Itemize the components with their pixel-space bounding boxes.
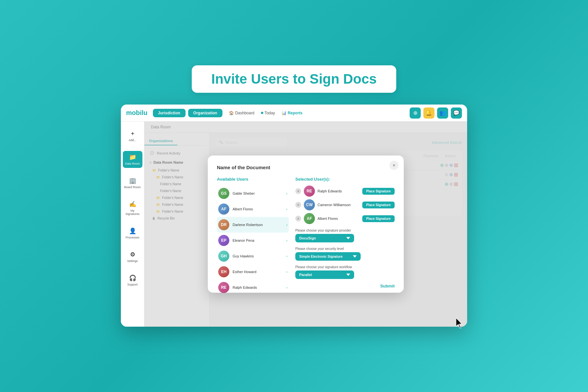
avatar-darlene: DR (218, 219, 229, 230)
place-signature-cameron-button[interactable]: Place Signature (362, 202, 395, 208)
user-row-esther[interactable]: EH Esther Howard › (217, 264, 289, 280)
nav-today[interactable]: Today (261, 111, 275, 115)
avatar-esther: EH (218, 266, 229, 277)
content-area: Data Room Organizations 🕐 Recent Activit… (144, 122, 467, 327)
selected-row-ralph: × RE Ralph Edwards Place Signature (295, 186, 395, 197)
user-row-albert[interactable]: AF Albert Flores › (217, 201, 289, 217)
headset-icon: 🎧 (129, 274, 136, 282)
sidebar-item-signatures[interactable]: ✍ My Signatures (123, 198, 142, 218)
modal-title: Name of the Document (217, 165, 395, 170)
logo: mobilu (126, 109, 148, 117)
sidebar-item-add[interactable]: ＋ Add... (123, 127, 142, 144)
sidebar-item-settings[interactable]: ⚙ Settings (123, 248, 142, 265)
organization-pill[interactable]: Organization (188, 109, 222, 117)
sidebar-item-boardroom[interactable]: 🏢 Board Room (123, 174, 142, 191)
nav-dashboard[interactable]: 🏠 Dashboard (229, 111, 254, 115)
remove-cameron-button[interactable]: × (295, 202, 301, 208)
avatar-gable: GS (218, 188, 229, 199)
dot-icon (261, 112, 263, 114)
sidebar-item-dataroom[interactable]: 📁 Data Room (123, 151, 142, 168)
sidebar-item-processes[interactable]: 👤 Processes (123, 225, 142, 242)
chevron-icon: › (286, 207, 287, 211)
title-badge: Invite Users to Sign Docs (192, 65, 396, 93)
bell-button[interactable]: 🔔 (423, 107, 434, 119)
home-icon: 🏠 (229, 111, 234, 115)
security-level-section: Please choose your security level Simple… (295, 247, 395, 261)
remove-albert-button[interactable]: × (295, 216, 301, 221)
selected-row-albert: × AF Albert Flores Place Signature (295, 213, 395, 224)
folder-icon: 📁 (129, 154, 136, 161)
user-row-gable[interactable]: GS Gable Sheber › (217, 186, 289, 201)
chevron-icon: › (286, 238, 287, 242)
sidebar: ＋ Add... 📁 Data Room 🏢 Board Room ✍ My S… (121, 122, 144, 327)
workflow-section: Please choose your signature workflow Pa… (295, 265, 395, 279)
place-signature-albert-button[interactable]: Place Signature (362, 215, 395, 222)
user-row-ralph[interactable]: RE Ralph Edwards › (217, 280, 289, 295)
user-row-guy[interactable]: GH Guy Hawkins › (217, 248, 289, 264)
app-window: mobilu Jurisdiction Organization 🏠 Dashb… (121, 105, 467, 327)
avatar-albert-selected: AF (304, 213, 315, 224)
available-users-panel: Available Users GS Gable Sheber › AF Alb… (217, 177, 289, 295)
submit-button[interactable]: Submit (295, 284, 395, 288)
add-icon: ＋ (130, 129, 136, 137)
modal-overlay: × Name of the Document Available Users G… (144, 122, 467, 327)
modal-close-button[interactable]: × (389, 161, 399, 170)
nav-links: 🏠 Dashboard Today 📊 Reports (229, 111, 302, 115)
available-users-title: Available Users (217, 177, 289, 182)
building-icon: 🏢 (129, 177, 136, 184)
avatar-albert: AF (218, 204, 229, 215)
main-area: ＋ Add... 📁 Data Room 🏢 Board Room ✍ My S… (121, 122, 467, 327)
avatar-guy: GH (218, 251, 229, 262)
chevron-icon: › (286, 254, 287, 258)
chat-button[interactable]: 💬 (451, 107, 462, 119)
user-row-eleanor[interactable]: EP Eleanor Pena › (217, 233, 289, 248)
selected-users-title: Selected User(s): (295, 177, 395, 182)
selected-users-panel: Selected User(s): × RE Ralph Edwards Pla… (295, 177, 395, 295)
user-row-darlene[interactable]: DR Darlene Robertson › (217, 217, 289, 233)
avatar-cameron-selected: CW (304, 199, 315, 210)
chart-icon: 📊 (282, 111, 286, 115)
top-nav: mobilu Jurisdiction Organization 🏠 Dashb… (121, 105, 467, 122)
nav-reports[interactable]: 📊 Reports (282, 111, 302, 115)
modal-dialog: × Name of the Document Available Users G… (208, 155, 404, 293)
add-nav-button[interactable]: ⊕ (410, 107, 421, 119)
avatar-eleanor: EP (218, 235, 229, 246)
chevron-icon: › (286, 270, 287, 274)
sidebar-item-support[interactable]: 🎧 Support (123, 272, 142, 289)
signature-icon: ✍ (129, 201, 136, 208)
chevron-icon: › (286, 191, 287, 195)
selected-row-cameron: × CW Cameron Williamson Place Signature (295, 199, 395, 210)
avatar-ralph: RE (218, 282, 229, 293)
nav-right-icons: ⊕ 🔔 👥 💬 (410, 107, 462, 119)
person-icon: 👤 (129, 227, 136, 235)
signature-provider-dropdown[interactable]: DocuSign (295, 234, 354, 242)
users-button[interactable]: 👥 (437, 107, 448, 119)
chevron-icon: › (286, 286, 287, 289)
security-level-dropdown[interactable]: Simple Electronic Signature (295, 252, 361, 261)
chevron-icon: › (286, 223, 287, 227)
jurisdiction-pill[interactable]: Jurisdiction (153, 109, 186, 117)
page-title: Invite Users to Sign Docs (211, 71, 377, 87)
panel-layout: Organizations 🕐 Recent Activity ≡ Data R… (144, 133, 467, 326)
modal-body: Available Users GS Gable Sheber › AF Alb… (217, 177, 395, 295)
workflow-dropdown[interactable]: Parallel (295, 270, 354, 279)
place-signature-ralph-button[interactable]: Place Signature (362, 188, 395, 195)
remove-ralph-button[interactable]: × (295, 188, 301, 194)
signature-provider-section: Please choose your signature provider Do… (295, 229, 395, 242)
gear-icon: ⚙ (130, 251, 135, 258)
avatar-ralph-selected: RE (304, 186, 315, 197)
